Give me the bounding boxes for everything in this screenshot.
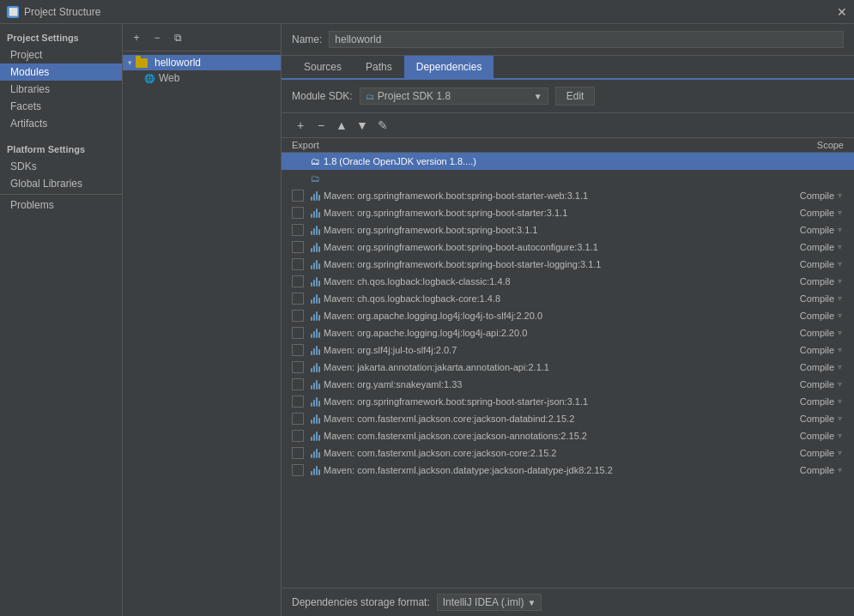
maven-icon	[311, 225, 320, 235]
maven-icon	[311, 465, 320, 475]
scope-dropdown-icon[interactable]: ▼	[836, 277, 844, 286]
dep-name: Maven: com.fasterxml.jackson.core:jackso…	[324, 448, 775, 458]
maven-icon	[311, 379, 320, 390]
table-row[interactable]: Maven: org.springframework.boot:spring-b…	[282, 256, 854, 273]
tree-item-helloworld[interactable]: ▾ helloworld	[123, 55, 281, 70]
sdk-select[interactable]: 🗂 Project SDK 1.8 ▼	[360, 88, 548, 105]
sidebar-item-label: Libraries	[10, 83, 50, 95]
table-row[interactable]: Maven: org.springframework.boot:spring-b…	[282, 239, 854, 256]
remove-dependency-button[interactable]: −	[312, 117, 330, 134]
maven-icon	[311, 242, 320, 252]
sidebar-item-project[interactable]: Project	[0, 46, 122, 63]
dep-checkbox[interactable]	[292, 275, 304, 287]
dep-checkbox[interactable]	[292, 344, 304, 356]
dep-checkbox[interactable]	[292, 327, 304, 339]
dep-checkbox[interactable]	[292, 310, 304, 322]
sidebar-item-problems[interactable]: Problems	[0, 196, 122, 214]
table-row[interactable]: Maven: org.springframework.boot:spring-b…	[282, 393, 854, 410]
sidebar-item-artifacts[interactable]: Artifacts	[0, 115, 122, 132]
tab-paths[interactable]: Paths	[354, 56, 404, 80]
scope-dropdown-icon[interactable]: ▼	[836, 243, 844, 251]
sidebar-item-sdks[interactable]: SDKs	[0, 158, 122, 175]
table-row[interactable]: Maven: org.yaml:snakeyaml:1.33 Compile ▼	[282, 376, 854, 393]
scope-dropdown-icon[interactable]: ▼	[836, 226, 844, 234]
scope-dropdown-icon[interactable]: ▼	[836, 380, 844, 389]
add-dependency-button[interactable]: +	[292, 117, 309, 134]
sdk-select-arrow-icon: ▼	[534, 92, 542, 101]
edit-dependency-button[interactable]: ✎	[374, 117, 391, 134]
close-button[interactable]: ✕	[837, 5, 847, 19]
scope-dropdown-icon[interactable]: ▼	[836, 191, 844, 200]
scope-dropdown-icon[interactable]: ▼	[836, 414, 844, 423]
scope-dropdown-icon[interactable]: ▼	[836, 311, 844, 320]
table-row[interactable]: Maven: org.springframework.boot:spring-b…	[282, 187, 854, 204]
scope-value: Compile	[800, 362, 834, 372]
dependency-toolbar: + − ▲ ▼ ✎	[282, 113, 854, 138]
dep-checkbox[interactable]	[292, 224, 304, 236]
table-row[interactable]: Maven: com.fasterxml.jackson.datatype:ja…	[282, 462, 854, 479]
dep-checkbox[interactable]	[292, 430, 304, 442]
table-row[interactable]: Maven: org.apache.logging.log4j:log4j-to…	[282, 307, 854, 324]
move-down-button[interactable]: ▼	[354, 117, 371, 134]
dep-name: Maven: com.fasterxml.jackson.datatype:ja…	[324, 465, 775, 475]
move-up-button[interactable]: ▲	[333, 117, 350, 134]
dep-checkbox[interactable]	[292, 190, 304, 202]
module-tree: ▾ helloworld 🌐 Web	[123, 51, 281, 616]
dep-checkbox[interactable]	[292, 361, 304, 373]
scope-dropdown-icon[interactable]: ▼	[836, 432, 844, 440]
tab-dependencies[interactable]: Dependencies	[404, 56, 494, 80]
scope-dropdown-icon[interactable]: ▼	[836, 329, 844, 337]
dep-name: Maven: org.apache.logging.log4j:log4j-ap…	[324, 328, 775, 338]
tree-item-web[interactable]: 🌐 Web	[123, 70, 281, 86]
scope-dropdown-icon[interactable]: ▼	[836, 294, 844, 303]
table-row[interactable]: 🗂 1.8 (Oracle OpenJDK version 1.8....)	[282, 153, 854, 170]
add-module-button[interactable]: +	[128, 29, 145, 46]
dep-checkbox[interactable]	[292, 258, 304, 270]
table-row[interactable]: Maven: org.apache.logging.log4j:log4j-ap…	[282, 324, 854, 341]
name-input[interactable]	[329, 31, 844, 48]
dep-checkbox[interactable]	[292, 413, 304, 425]
table-row[interactable]: Maven: com.fasterxml.jackson.core:jackso…	[282, 410, 854, 427]
scope-dropdown-icon[interactable]: ▼	[836, 466, 844, 474]
scope-dropdown-icon[interactable]: ▼	[836, 449, 844, 457]
table-row[interactable]: Maven: org.slf4j:jul-to-slf4j:2.0.7 Comp…	[282, 341, 854, 359]
table-row[interactable]: Maven: org.springframework.boot:spring-b…	[282, 204, 854, 221]
jdk-icon: 🗂	[311, 156, 320, 166]
table-row[interactable]: Maven: com.fasterxml.jackson.core:jackso…	[282, 444, 854, 462]
scope-dropdown-icon[interactable]: ▼	[836, 346, 844, 354]
copy-module-button[interactable]: ⧉	[169, 29, 186, 46]
scope-value: Compile	[800, 448, 834, 458]
dep-name: Maven: org.springframework.boot:spring-b…	[324, 208, 775, 218]
dep-checkbox[interactable]	[292, 447, 304, 459]
dep-name: Maven: org.apache.logging.log4j:log4j-to…	[324, 311, 775, 321]
sidebar-item-modules[interactable]: Modules	[0, 63, 122, 81]
dep-checkbox[interactable]	[292, 396, 304, 408]
tab-sources[interactable]: Sources	[292, 56, 354, 80]
scope-dropdown-icon[interactable]: ▼	[836, 208, 844, 217]
dep-checkbox[interactable]	[292, 293, 304, 305]
dep-checkbox[interactable]	[292, 464, 304, 476]
sidebar-divider	[0, 194, 122, 195]
sdk-edit-button[interactable]: Edit	[555, 87, 596, 106]
scope-dropdown-icon[interactable]: ▼	[836, 363, 844, 371]
table-row[interactable]: Maven: com.fasterxml.jackson.core:jackso…	[282, 427, 854, 444]
dep-checkbox[interactable]	[292, 241, 304, 253]
scope-dropdown-icon[interactable]: ▼	[836, 397, 844, 406]
sidebar-item-global-libraries[interactable]: Global Libraries	[0, 175, 122, 192]
sidebar: Project Settings Project Modules Librari…	[0, 24, 123, 616]
table-row[interactable]: Maven: jakarta.annotation:jakarta.annota…	[282, 359, 854, 376]
scope-dropdown-icon[interactable]: ▼	[836, 260, 844, 269]
table-row[interactable]: Maven: ch.qos.logback:logback-classic:1.…	[282, 273, 854, 290]
dep-checkbox[interactable]	[292, 378, 304, 390]
sidebar-item-libraries[interactable]: Libraries	[0, 81, 122, 98]
table-row[interactable]: Maven: ch.qos.logback:logback-core:1.4.8…	[282, 290, 854, 307]
tree-panel: + − ⧉ ▾ helloworld 🌐 Web	[123, 24, 282, 616]
table-row[interactable]: Maven: org.springframework.boot:spring-b…	[282, 221, 854, 239]
dep-name: Maven: org.springframework.boot:spring-b…	[324, 396, 775, 407]
dep-name: Maven: com.fasterxml.jackson.core:jackso…	[324, 431, 775, 441]
format-select[interactable]: IntelliJ IDEA (.iml) ▼	[437, 594, 542, 611]
dep-checkbox[interactable]	[292, 207, 304, 219]
sidebar-item-facets[interactable]: Facets	[0, 98, 122, 115]
table-row[interactable]: 🗂	[282, 170, 854, 187]
remove-module-button[interactable]: −	[148, 29, 166, 46]
